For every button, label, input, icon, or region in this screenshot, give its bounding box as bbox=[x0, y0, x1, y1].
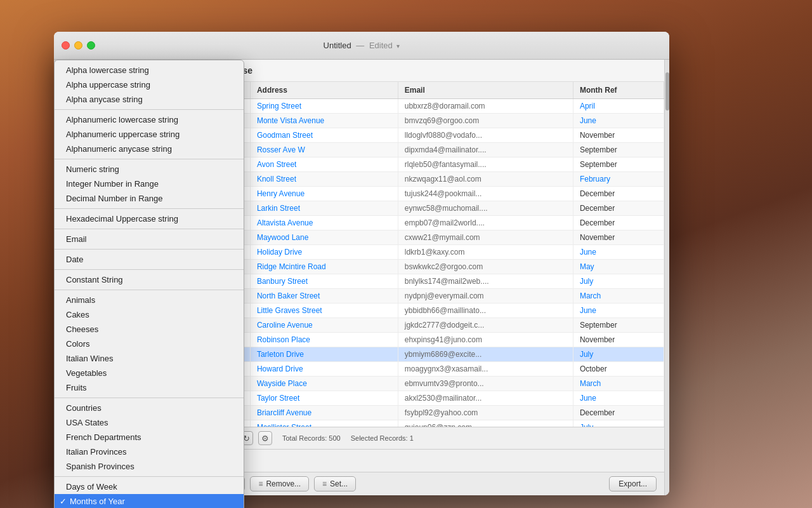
menu-item-numeric-string[interactable]: Numeric string bbox=[55, 162, 244, 177]
menu-item-countries[interactable]: Countries bbox=[55, 401, 244, 415]
cell-email: gujeup06@zzn.com bbox=[398, 420, 573, 427]
menu-item-integer-range[interactable]: Integer Number in Range bbox=[55, 177, 244, 191]
menu-separator bbox=[55, 398, 244, 398]
close-button[interactable] bbox=[62, 41, 70, 50]
menu-separator bbox=[55, 229, 244, 229]
menu-separator bbox=[55, 269, 244, 270]
cell-address: Holiday Drive bbox=[250, 245, 398, 260]
cell-address: Altavista Avenue bbox=[250, 216, 398, 231]
export-button[interactable]: Export... bbox=[609, 476, 657, 491]
menu-item-alpha-any[interactable]: Alpha anycase string bbox=[55, 92, 244, 107]
menu-item-alphanum-upper[interactable]: Alphanumeric uppercase string bbox=[55, 127, 244, 142]
cell-email: ldkrb1@kaxy.com bbox=[398, 245, 573, 260]
menu-item-italian-provinces[interactable]: Italian Provinces bbox=[55, 444, 244, 459]
set-button[interactable]: ≡ Set... bbox=[314, 476, 356, 491]
scroll-thumb[interactable] bbox=[665, 72, 669, 110]
menu-separator bbox=[55, 249, 244, 250]
table-row[interactable]: NC Rosser Ave W dipxmda4@mailinator.... … bbox=[193, 143, 664, 157]
dropdown-menu: Alpha lowercase stringAlpha uppercase st… bbox=[54, 60, 244, 508]
menu-item-alpha-lower[interactable]: Alpha lowercase string bbox=[55, 63, 244, 77]
ok-toolbar: OK bbox=[193, 449, 664, 472]
table-row[interactable]: AS North Baker Street nydpnj@everymail.c… bbox=[193, 289, 664, 304]
records-toolbar: + − ↻ ⚙ Total Records: 500 Selected Reco… bbox=[193, 427, 664, 449]
table-row[interactable]: GU Mcallister Street gujeup06@zzn.com Ju… bbox=[193, 420, 664, 427]
table-row[interactable]: KY Banbury Street bnlylks174@mail2web...… bbox=[193, 274, 664, 289]
menu-separator bbox=[55, 208, 244, 209]
menu-item-days-of-week[interactable]: Days of Week bbox=[55, 479, 244, 494]
menu-item-italian-wines[interactable]: Italian Wines bbox=[55, 351, 244, 366]
table-row[interactable]: GA Briarcliff Avenue fsybpl92@yahoo.com … bbox=[193, 406, 664, 420]
table-row[interactable]: NV Knoll Street nkzwqagx11@aol.com Febru… bbox=[193, 172, 664, 187]
table-row[interactable]: PR Maywood Lane cxww21@mymail.com Novemb… bbox=[193, 231, 664, 245]
cell-address: Monte Vista Avenue bbox=[250, 114, 398, 128]
database-panel: ≡ DataBase State Address Email Month Ref bbox=[193, 60, 664, 495]
minimize-button[interactable] bbox=[74, 41, 82, 50]
col-header-address: Address bbox=[250, 82, 398, 99]
table-row[interactable]: MI Henry Avenue tujusk244@pookmail... De… bbox=[193, 187, 664, 201]
cell-address: Rosser Ave W bbox=[250, 143, 398, 157]
cell-email: ehxpinsg41@juno.com bbox=[398, 333, 573, 347]
table-row[interactable]: AR Howard Drive moagygnx3@xasamail... Oc… bbox=[193, 362, 664, 377]
menu-item-alphanum-lower[interactable]: Alphanumeric lowercase string bbox=[55, 112, 244, 127]
cell-email: cxww21@mymail.com bbox=[398, 231, 573, 245]
menu-item-cakes[interactable]: Cakes bbox=[55, 307, 244, 322]
menu-item-colors[interactable]: Colors bbox=[55, 337, 244, 351]
menu-item-fruits[interactable]: Fruits bbox=[55, 380, 244, 395]
remove-button[interactable]: ≡ Remove... bbox=[250, 476, 309, 491]
total-records-label: Total Records: 500 bbox=[282, 434, 341, 442]
table-container[interactable]: State Address Email Month Ref FL Spring … bbox=[193, 82, 664, 427]
menu-item-decimal-range[interactable]: Decimal Number in Range bbox=[55, 191, 244, 206]
table-row[interactable]: UT Avon Street rlqleb50@fantasymail.... … bbox=[193, 157, 664, 172]
cell-month: July bbox=[573, 347, 664, 362]
menu-item-months-of-year[interactable]: ✓Months of Year bbox=[55, 494, 244, 508]
table-row[interactable]: GA Taylor Street akxl2530@mailinator... … bbox=[193, 391, 664, 406]
table-row[interactable]: HI Tarleton Drive ybmiym6869@excite... J… bbox=[193, 347, 664, 362]
cell-month: September bbox=[573, 318, 664, 333]
table-row[interactable]: CA Wayside Place ebmvumtv39@pronto... Ma… bbox=[193, 377, 664, 391]
menu-item-animals[interactable]: Animals bbox=[55, 293, 244, 307]
menu-separator bbox=[55, 159, 244, 159]
table-row[interactable]: RI Holiday Drive ldkrb1@kaxy.com June bbox=[193, 245, 664, 260]
cell-month: June bbox=[573, 304, 664, 318]
cell-address: Knoll Street bbox=[250, 172, 398, 187]
settings-button[interactable]: ⚙ bbox=[258, 431, 272, 445]
maximize-button[interactable] bbox=[87, 41, 95, 50]
menu-item-cheeses[interactable]: Cheeses bbox=[55, 322, 244, 337]
cell-month: June bbox=[573, 114, 664, 128]
cell-email: ybmiym6869@excite... bbox=[398, 347, 573, 362]
cell-email: nydpnj@everymail.com bbox=[398, 289, 573, 304]
cell-month: December bbox=[573, 201, 664, 216]
menu-item-constant-string[interactable]: Constant String bbox=[55, 272, 244, 287]
cell-address: Howard Drive bbox=[250, 362, 398, 377]
menu-item-vegetables[interactable]: Vegetables bbox=[55, 366, 244, 380]
menu-item-french-departments[interactable]: French Departments bbox=[55, 430, 244, 444]
cell-email: empb07@mail2world.... bbox=[398, 216, 573, 231]
check-mark: ✓ bbox=[58, 497, 67, 506]
table-row[interactable]: AK Robinson Place ehxpinsg41@juno.com No… bbox=[193, 333, 664, 347]
cell-month: March bbox=[573, 377, 664, 391]
table-row[interactable]: KS Monte Vista Avenue bmvzq69@orgoo.com … bbox=[193, 114, 664, 128]
table-row[interactable]: NC Altavista Avenue empb07@mail2world...… bbox=[193, 216, 664, 231]
menu-item-alpha-upper[interactable]: Alpha uppercase string bbox=[55, 77, 244, 92]
cell-month: September bbox=[573, 143, 664, 157]
cell-email: tujusk244@pookmail... bbox=[398, 187, 573, 201]
cell-month: June bbox=[573, 391, 664, 406]
menu-item-spanish-provinces[interactable]: Spanish Provinces bbox=[55, 459, 244, 474]
table-row[interactable]: DC Caroline Avenue jgkdc2777@dodgeit.c..… bbox=[193, 318, 664, 333]
table-row[interactable]: NE Goodman Street lldoglvf0880@vodafo...… bbox=[193, 128, 664, 143]
cell-email: bnlylks174@mail2web.... bbox=[398, 274, 573, 289]
cell-address: North Baker Street bbox=[250, 289, 398, 304]
menu-item-alphanum-any[interactable]: Alphanumeric anycase string bbox=[55, 142, 244, 156]
menu-item-date[interactable]: Date bbox=[55, 252, 244, 267]
table-row[interactable]: VT Larkin Street eynwc58@muchomail.... D… bbox=[193, 201, 664, 216]
menu-item-hex-upper[interactable]: Hexadecimal Uppercase string bbox=[55, 211, 244, 226]
cell-address: Robinson Place bbox=[250, 333, 398, 347]
table-row[interactable]: FL Spring Street ubbxrz8@doramail.com Ap… bbox=[193, 99, 664, 114]
menu-item-email[interactable]: Email bbox=[55, 232, 244, 246]
table-row[interactable]: IN Ridge Mcintire Road bswkwkc2@orgoo.co… bbox=[193, 260, 664, 274]
cell-month: July bbox=[573, 420, 664, 427]
cell-email: akxl2530@mailinator... bbox=[398, 391, 573, 406]
menu-item-usa-states[interactable]: USA States bbox=[55, 415, 244, 430]
table-row[interactable]: AL Little Graves Street ybbidbh66@mailli… bbox=[193, 304, 664, 318]
cell-month: July bbox=[573, 274, 664, 289]
